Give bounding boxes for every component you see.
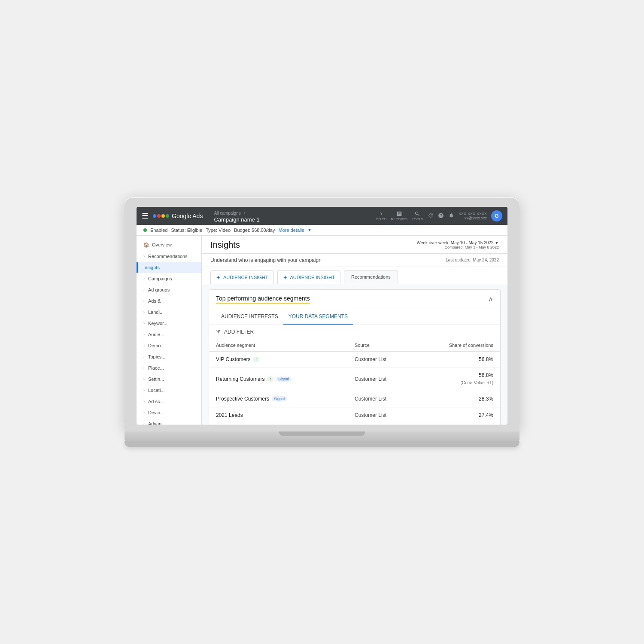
segment-name-prospective[interactable]: Prospective Customers	[216, 396, 269, 402]
user-info: XXX-XXX-XXXX xx@xxxx.xxx	[459, 212, 487, 220]
filter-icon: ⧩	[216, 328, 221, 335]
page-title: Insights	[210, 240, 240, 250]
more-details-chevron[interactable]: ▼	[307, 228, 311, 232]
panel-collapse-button[interactable]: ∧	[488, 295, 493, 303]
more-details-link[interactable]: More details	[278, 228, 304, 233]
recommendations-tab[interactable]: Recommendations	[344, 270, 398, 284]
inner-tab-data-segments-label: YOUR DATA SEGMENTS	[289, 313, 348, 319]
sidebar-item-insights[interactable]: Insights	[137, 262, 201, 273]
reports-button[interactable]: REPORTS	[391, 211, 407, 221]
sidebar-item-ads[interactable]: › Ads &	[137, 295, 201, 307]
sidebar-item-devices[interactable]: › Devic...	[137, 407, 201, 418]
add-filter-button[interactable]: ADD FILTER	[224, 329, 254, 335]
screen: ☰ Google Ads All campaigns ›	[137, 207, 507, 425]
status-type: Type: Video	[206, 228, 231, 233]
breadcrumb-link[interactable]: All campaigns	[214, 211, 240, 216]
notifications-button[interactable]	[448, 213, 454, 219]
sidebar-placements-label: Place...	[148, 365, 164, 371]
cell-source-2021leads: Customer List	[355, 412, 438, 418]
audience-tab-1[interactable]: ✦ AUDIENCE INSIGHT	[210, 270, 274, 284]
badge-up-returning: ↑	[267, 377, 273, 382]
sidebar-item-overview[interactable]: 🏠 Overview	[137, 239, 201, 251]
audience-tabs-row: ✦ AUDIENCE INSIGHT ✦ AUDIENCE INSIGHT Re…	[202, 267, 507, 284]
topbar: ☰ Google Ads All campaigns ›	[137, 207, 507, 225]
campaign-name: Campaign name 1	[214, 216, 259, 223]
conv-sub-returning: (Conv. Value: +1)	[460, 380, 493, 385]
sidebar-item-keywords[interactable]: › Keywor...	[137, 318, 201, 329]
screen-bezel: ☰ Google Ads All campaigns ›	[125, 197, 519, 431]
segments-table: Audience segment Source Share of convers…	[209, 339, 500, 425]
tools-button[interactable]: TOOLS	[412, 211, 423, 221]
sidebar-item-landing[interactable]: › Landi...	[137, 307, 201, 318]
sidebar-item-recommendations[interactable]: › Recommendations	[137, 251, 201, 262]
audience-tab-2-label: AUDIENCE INSIGHT	[290, 275, 335, 280]
cell-segment-returning: Returning Customers ↑ Signal	[216, 376, 355, 382]
sidebar-advanced-label: Advan...	[148, 421, 165, 425]
breadcrumb-area: All campaigns › Campaign name 1	[214, 209, 259, 223]
table-row: VIP Customers ↑ Customer List 56.8%	[209, 352, 500, 368]
sidebar-item-audiences[interactable]: › Audie...	[137, 329, 201, 340]
table-row: 2021 Leads Customer List 27.4%	[209, 407, 500, 424]
inner-tab-interests[interactable]: AUDIENCE INTERESTS	[216, 309, 283, 325]
goto-label: GO TO	[376, 217, 387, 221]
content-area: Insights Week over week: May 10 - May 15…	[202, 236, 507, 425]
segment-name-returning[interactable]: Returning Customers	[216, 376, 264, 382]
recommendations-chevron-icon: ›	[143, 254, 145, 258]
reports-label: REPORTS	[391, 217, 407, 221]
user-phone: XXX-XXX-XXXX	[459, 212, 487, 216]
sidebar-item-settings[interactable]: › Settin...	[137, 374, 201, 385]
help-button[interactable]	[438, 213, 444, 219]
user-avatar[interactable]: G	[491, 210, 502, 222]
sidebar-item-demographics[interactable]: › Demo...	[137, 340, 201, 351]
cell-source-prospective: Customer List	[355, 396, 438, 402]
date-range-area: Week over week: May 10 - May 15 2022 ▼ C…	[417, 240, 499, 249]
logo-dot-green	[166, 214, 169, 218]
segment-name-2021leads[interactable]: 2021 Leads	[216, 412, 243, 418]
cell-conversions-prospective: 28.3%	[438, 395, 493, 403]
week-label: Week over week:	[417, 240, 450, 245]
sidebar-item-advanced[interactable]: › Advan...	[137, 418, 201, 425]
sidebar: 🏠 Overview › Recommendations Insights › …	[137, 236, 202, 425]
sidebar-landing-label: Landi...	[148, 310, 164, 315]
sidebar-item-campaigns[interactable]: › Campaigns	[137, 273, 201, 284]
sidebar-item-placements[interactable]: › Place...	[137, 362, 201, 374]
logo-dot-yellow	[161, 214, 165, 218]
status-enabled: Enabled	[150, 228, 167, 233]
sidebar-locations-label: Locati...	[148, 388, 165, 393]
segments-panel: Top performing audience segments ∧ AUDIE…	[209, 289, 501, 425]
badge-signal-returning: Signal	[276, 377, 291, 382]
understand-row: Understand who is engaging with your cam…	[202, 254, 507, 267]
sidebar-keywords-label: Keywor...	[148, 321, 167, 326]
date-dropdown-icon[interactable]: ▼	[495, 240, 499, 245]
table-row: Returning Customers ↑ Signal Customer Li…	[209, 368, 500, 391]
date-range-main[interactable]: Week over week: May 10 - May 15 2022 ▼	[417, 240, 499, 245]
logo-dot-blue	[153, 214, 156, 218]
audience-tab-2[interactable]: ✦ AUDIENCE INSIGHT	[277, 270, 341, 284]
statusbar: Enabled Status: Eligible Type: Video Bud…	[137, 225, 507, 236]
date-range-value: May 10 - May 15 2022	[451, 240, 494, 245]
segment-name-vip[interactable]: VIP Customers	[216, 356, 250, 362]
table-row: New Customer Signal Customer List 26.9%	[209, 423, 500, 424]
goto-button[interactable]: GO TO	[376, 211, 387, 221]
panel-header: Top performing audience segments ∧	[209, 290, 500, 309]
sidebar-item-locations[interactable]: › Locati...	[137, 385, 201, 396]
cell-source-vip: Customer List	[355, 356, 438, 362]
sidebar-recommendations-label: Recommendations	[148, 254, 188, 259]
cell-segment-prospective: Prospective Customers Signal	[216, 396, 355, 402]
date-compared: Compared: May 3 - May 8 2022	[417, 245, 499, 249]
sidebar-demographics-label: Demo...	[148, 343, 165, 348]
sidebar-item-adschedule[interactable]: › Ad sc...	[137, 396, 201, 407]
sidebar-overview-label: Overview	[152, 242, 172, 247]
cell-conversions-returning: 56.8%(Conv. Value: +1)	[438, 372, 493, 386]
col-header-conversions: Share of conversions	[438, 343, 493, 348]
sidebar-insights-label: Insights	[143, 265, 160, 270]
sidebar-settings-label: Settin...	[148, 377, 164, 382]
sidebar-topics-label: Topics...	[148, 354, 165, 359]
sidebar-item-topics[interactable]: › Topics...	[137, 351, 201, 362]
panel-title: Top performing audience segments	[216, 295, 310, 304]
status-budget: Budget: $68.00/day	[234, 228, 275, 233]
sidebar-item-adgroups[interactable]: › Ad groups	[137, 284, 201, 295]
refresh-button[interactable]	[428, 213, 434, 219]
hamburger-menu-icon[interactable]: ☰	[142, 211, 149, 221]
inner-tab-data-segments[interactable]: YOUR DATA SEGMENTS	[283, 309, 353, 325]
